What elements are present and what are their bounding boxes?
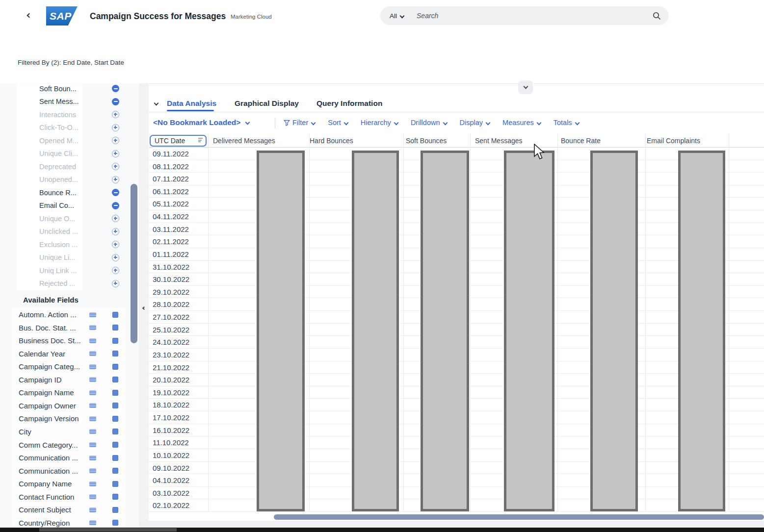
add-measure-icon[interactable]: [112, 267, 119, 274]
available-field-item[interactable]: Campaign Categ...: [12, 360, 126, 373]
add-as-row-icon[interactable]: [89, 468, 96, 473]
search-icon[interactable]: [653, 12, 661, 20]
add-as-row-icon[interactable]: [89, 377, 96, 382]
available-field-item[interactable]: Campaign Owner: [12, 399, 126, 412]
tabstrip-chevron-button[interactable]: [155, 100, 158, 107]
add-as-row-icon[interactable]: [89, 442, 96, 447]
available-field-item[interactable]: Communication ...: [12, 451, 126, 464]
add-measure-icon[interactable]: [112, 124, 119, 131]
measure-item[interactable]: Opened M...: [17, 134, 126, 147]
available-field-item[interactable]: Content Subject: [12, 503, 126, 516]
available-field-item[interactable]: Contact Function: [12, 490, 126, 504]
measure-item[interactable]: Unopened...: [17, 173, 126, 186]
sort-indicator-icon[interactable]: [198, 138, 204, 144]
measure-item[interactable]: Rejected ...: [17, 277, 126, 290]
toolbar-menu-display[interactable]: Display: [460, 119, 490, 127]
add-as-column-icon[interactable]: [112, 442, 118, 448]
add-as-row-icon[interactable]: [89, 456, 96, 460]
measure-item[interactable]: Click-To-O...: [17, 121, 126, 134]
add-measure-icon[interactable]: [112, 241, 119, 248]
add-as-row-icon[interactable]: [89, 364, 96, 369]
tab-graphical-display[interactable]: Graphical Display: [235, 99, 299, 108]
toolbar-menu-sort[interactable]: Sort: [328, 119, 348, 127]
remove-measure-icon[interactable]: [112, 85, 119, 92]
remove-measure-icon[interactable]: [112, 189, 119, 196]
add-as-column-icon[interactable]: [112, 494, 118, 500]
add-as-column-icon[interactable]: [112, 390, 118, 396]
add-measure-icon[interactable]: [112, 228, 119, 235]
measure-item[interactable]: Interactions: [17, 108, 126, 121]
add-measure-icon[interactable]: [112, 111, 119, 118]
add-as-column-icon[interactable]: [112, 325, 118, 330]
add-measure-icon[interactable]: [112, 137, 119, 144]
measure-item[interactable]: Deprecated: [17, 160, 126, 173]
measure-item[interactable]: Exclusion ...: [17, 238, 126, 251]
column-header-1[interactable]: Delivered Messages: [213, 137, 275, 145]
search-input[interactable]: [417, 12, 653, 20]
column-header-5[interactable]: Bounce Rate: [561, 137, 601, 145]
available-field-item[interactable]: Campaign Name: [12, 386, 126, 399]
remove-measure-icon[interactable]: [112, 98, 119, 105]
toolbar-menu-measures[interactable]: Measures: [502, 119, 541, 127]
add-as-row-icon[interactable]: [89, 338, 96, 343]
add-as-column-icon[interactable]: [112, 338, 118, 344]
toolbar-menu-totals[interactable]: Totals: [553, 119, 579, 127]
add-as-column-icon[interactable]: [112, 312, 118, 318]
add-as-row-icon[interactable]: [89, 312, 96, 317]
available-field-item[interactable]: Campaign Version: [12, 412, 126, 425]
available-field-item[interactable]: Communication ...: [12, 464, 126, 478]
measure-item[interactable]: Sent Mess...: [17, 95, 126, 108]
collapse-sidebar-button[interactable]: [139, 302, 148, 314]
sidebar-scrollbar[interactable]: [131, 184, 137, 343]
toolbar-menu-hierarchy[interactable]: Hierarchy: [361, 119, 398, 127]
add-measure-icon[interactable]: [112, 163, 119, 170]
add-as-column-icon[interactable]: [112, 364, 118, 370]
column-header-6[interactable]: Email Complaints: [647, 137, 700, 145]
add-measure-icon[interactable]: [112, 150, 119, 157]
add-as-column-icon[interactable]: [112, 520, 118, 526]
column-header-3[interactable]: Soft Bounces: [406, 137, 447, 145]
tab-data-analysis[interactable]: Data Analysis: [167, 99, 216, 108]
add-as-column-icon[interactable]: [112, 377, 118, 382]
add-as-column-icon[interactable]: [112, 468, 118, 474]
measure-item[interactable]: Unique Li...: [17, 251, 126, 264]
add-as-row-icon[interactable]: [89, 507, 96, 512]
add-as-row-icon[interactable]: [89, 481, 96, 486]
measure-item[interactable]: Unique O...: [17, 212, 126, 225]
available-field-item[interactable]: Campaign ID: [12, 373, 126, 386]
add-measure-icon[interactable]: [112, 176, 119, 183]
add-as-row-icon[interactable]: [89, 520, 96, 525]
available-field-item[interactable]: Calendar Year: [12, 347, 126, 360]
add-as-column-icon[interactable]: [112, 455, 118, 461]
available-field-item[interactable]: Bus. Doc. Stat. ...: [12, 321, 126, 334]
add-as-column-icon[interactable]: [112, 351, 118, 356]
back-button[interactable]: [24, 10, 34, 22]
expand-filterbar-button[interactable]: [518, 80, 533, 94]
available-field-item[interactable]: Company Name: [12, 477, 126, 490]
column-header-4[interactable]: Sent Messages: [475, 137, 523, 145]
add-as-row-icon[interactable]: [89, 429, 96, 434]
add-as-column-icon[interactable]: [112, 507, 118, 513]
add-measure-icon[interactable]: [112, 215, 119, 222]
add-as-column-icon[interactable]: [112, 429, 118, 434]
page-scrollbar-thumb[interactable]: [39, 528, 177, 532]
available-field-item[interactable]: City: [12, 425, 126, 438]
measure-item[interactable]: Email Co...: [17, 199, 126, 212]
search-scope-dropdown[interactable]: All: [390, 12, 404, 20]
tab-query-information[interactable]: Query Information: [316, 99, 382, 108]
measure-item[interactable]: Soft Boun...: [17, 83, 126, 95]
available-field-item[interactable]: Comm Category...: [12, 438, 126, 452]
measure-item[interactable]: Bounce R...: [17, 186, 126, 199]
toolbar-menu-filter[interactable]: Filter: [284, 119, 315, 127]
bookmark-dropdown[interactable]: <No Bookmark Loaded>: [153, 118, 249, 127]
add-as-row-icon[interactable]: [89, 494, 96, 499]
table-horizontal-scrollbar[interactable]: [274, 514, 764, 520]
measure-item[interactable]: Unclicked ...: [17, 225, 126, 238]
add-measure-icon[interactable]: [112, 280, 119, 287]
add-as-row-icon[interactable]: [89, 416, 96, 421]
available-field-item[interactable]: Automn. Action ...: [12, 308, 126, 321]
add-measure-icon[interactable]: [112, 254, 119, 261]
add-as-column-icon[interactable]: [112, 403, 118, 408]
column-header-2[interactable]: Hard Bounces: [310, 137, 353, 145]
add-as-row-icon[interactable]: [89, 325, 96, 330]
